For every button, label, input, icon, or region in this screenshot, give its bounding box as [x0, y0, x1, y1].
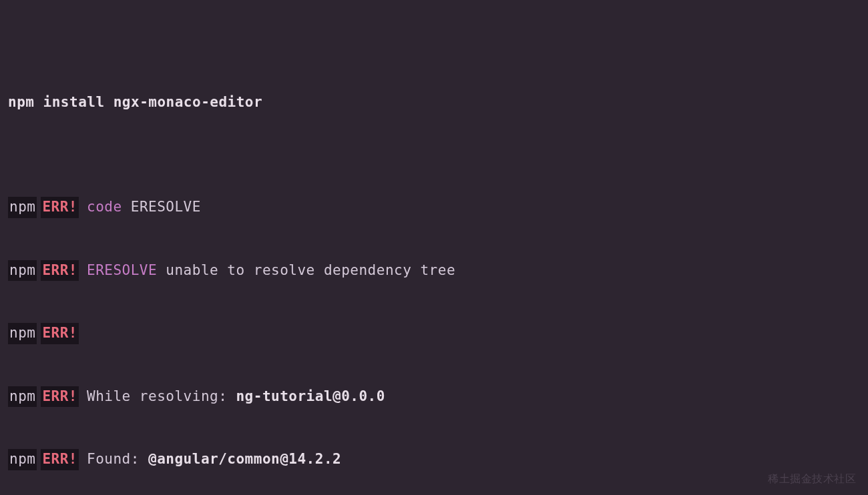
npm-prefix: npm	[8, 323, 37, 344]
npm-prefix: npm	[8, 386, 37, 408]
err-prefix: ERR!	[41, 386, 79, 408]
command-line: npm install ngx-monaco-editor	[8, 92, 860, 113]
msg-text: code ERESOLVE	[87, 197, 201, 218]
msg-text: Found: @angular/common@14.2.2	[87, 449, 341, 470]
watermark-text: 稀土掘金技术社区	[768, 471, 856, 487]
err-prefix: ERR!	[41, 449, 79, 470]
err-prefix: ERR!	[41, 260, 79, 282]
err-prefix: ERR!	[41, 323, 79, 344]
command-text: npm install ngx-monaco-editor	[8, 92, 262, 113]
msg-text: While resolving: ng-tutorial@0.0.0	[87, 386, 385, 408]
blank-line	[8, 134, 860, 155]
output-line: npmERR!Found: @angular/common@14.2.2	[8, 449, 860, 470]
output-line: npmERR!	[8, 323, 860, 344]
npm-prefix: npm	[8, 449, 37, 470]
msg-text: ERESOLVE unable to resolve dependency tr…	[87, 260, 455, 282]
output-line: npmERR!code ERESOLVE	[8, 197, 860, 218]
npm-prefix: npm	[8, 197, 37, 218]
output-line: npmERR!ERESOLVE unable to resolve depend…	[8, 260, 860, 282]
err-prefix: ERR!	[41, 197, 79, 218]
output-line: npmERR!While resolving: ng-tutorial@0.0.…	[8, 386, 860, 408]
npm-prefix: npm	[8, 260, 37, 282]
